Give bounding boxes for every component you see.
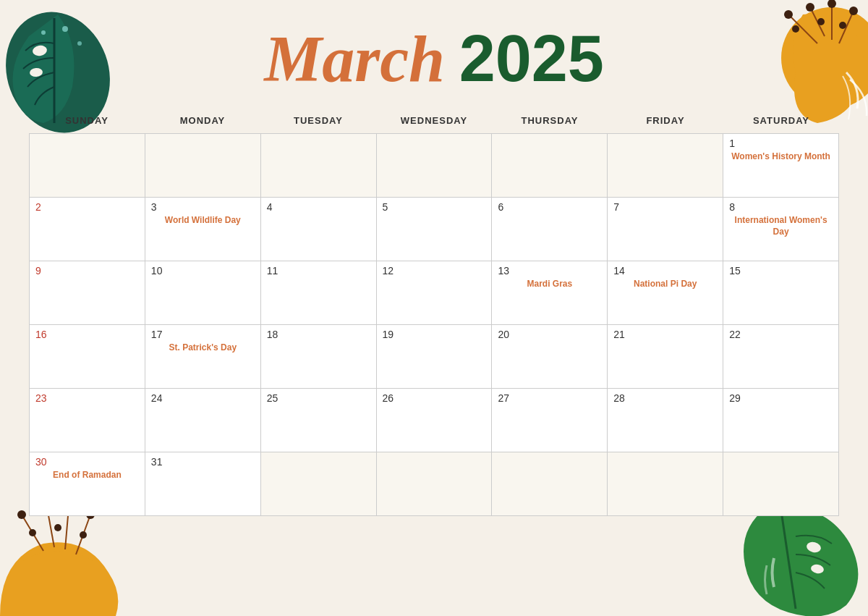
cell-event: Women's History Month (729, 151, 833, 163)
calendar-cell (723, 452, 839, 516)
cell-date: 9 (35, 266, 139, 276)
calendar-header: March 2025 (0, 0, 868, 111)
year-title: 2025 (459, 22, 604, 95)
cell-date: 8 (729, 202, 833, 212)
cell-date: 15 (729, 266, 833, 276)
day-header-thursday: THURSDAY (492, 111, 608, 130)
calendar-cell (492, 134, 608, 198)
cell-date: 31 (151, 457, 255, 467)
cell-date: 22 (729, 329, 833, 339)
cell-date: 24 (151, 393, 255, 403)
calendar-cell: 16 (30, 325, 145, 389)
cell-event: International Women's Day (729, 215, 833, 237)
calendar-cell (377, 452, 493, 516)
calendar-cell (377, 134, 493, 198)
calendar-cell: 14National Pi Day (608, 261, 723, 325)
calendar-cell: 11 (261, 261, 377, 325)
calendar-cell (261, 134, 377, 198)
calendar-cell (261, 452, 377, 516)
calendar-cell: 25 (261, 389, 377, 452)
cell-date: 20 (498, 329, 601, 339)
day-header-friday: FRIDAY (608, 111, 723, 130)
cell-date: 7 (613, 202, 717, 212)
cell-event: St. Patrick's Day (151, 342, 255, 354)
day-header-sunday: SUNDAY (29, 111, 145, 130)
calendar-cell: 24 (145, 389, 261, 452)
calendar-cell: 9 (30, 261, 145, 325)
calendar-cell (608, 134, 723, 198)
cell-date: 3 (151, 202, 255, 212)
cell-event: End of Ramadan (35, 470, 139, 481)
cell-date: 27 (498, 393, 601, 403)
cell-date: 23 (35, 393, 139, 403)
calendar-cell: 29 (723, 389, 839, 452)
calendar-cell: 6 (492, 198, 608, 261)
cell-date: 29 (729, 393, 833, 403)
calendar-cell: 1Women's History Month (723, 134, 839, 198)
cell-date: 11 (267, 266, 370, 276)
cell-event: World Wildlife Day (151, 215, 255, 227)
calendar-cell: 7 (608, 198, 723, 261)
cell-date: 21 (613, 329, 717, 339)
cell-date: 10 (151, 266, 255, 276)
svg-point-27 (29, 529, 36, 536)
calendar-cell: 30End of Ramadan (30, 452, 145, 516)
calendar-cell: 19 (377, 325, 493, 389)
cell-event: National Pi Day (613, 279, 717, 290)
calendar-cell: 13Mardi Gras (492, 261, 608, 325)
deco-bottom-right (723, 500, 868, 616)
calendar-cell: 10 (145, 261, 261, 325)
day-header-tuesday: TUESDAY (260, 111, 376, 130)
calendar-cell: 3World Wildlife Day (145, 198, 261, 261)
cell-date: 18 (267, 329, 370, 339)
cell-date: 28 (613, 393, 717, 403)
day-header-monday: MONDAY (145, 111, 260, 130)
calendar-cell: 2 (30, 198, 145, 261)
cell-date: 5 (383, 202, 486, 212)
calendar-cell: 23 (30, 389, 145, 452)
calendar-cell: 8International Women's Day (723, 198, 839, 261)
calendar-cell: 12 (377, 261, 493, 325)
calendar-cell: 21 (608, 325, 723, 389)
calendar-cell: 4 (261, 198, 377, 261)
day-headers: SUNDAYMONDAYTUESDAYWEDNESDAYTHURSDAYFRID… (29, 111, 839, 130)
calendar-cell: 17St. Patrick's Day (145, 325, 261, 389)
cell-date: 30 (35, 457, 139, 467)
cell-date: 2 (35, 202, 139, 212)
calendar-cell: 18 (261, 325, 377, 389)
calendar-cell: 28 (608, 389, 723, 452)
day-header-saturday: SATURDAY (723, 111, 839, 130)
calendar-cell: 22 (723, 325, 839, 389)
cell-date: 26 (383, 393, 486, 403)
calendar-cell (30, 134, 145, 198)
calendar-cell: 31 (145, 452, 261, 516)
svg-point-29 (80, 531, 87, 539)
cell-date: 19 (383, 329, 486, 339)
svg-point-23 (17, 510, 26, 519)
calendar-cell (492, 452, 608, 516)
cell-date: 1 (729, 138, 833, 148)
day-header-wednesday: WEDNESDAY (376, 111, 492, 130)
calendar-cell: 5 (377, 198, 493, 261)
cell-date: 4 (267, 202, 370, 212)
calendar-cell (608, 452, 723, 516)
cell-date: 14 (613, 266, 717, 276)
cell-date: 12 (383, 266, 486, 276)
cell-date: 6 (498, 202, 601, 212)
calendar-cell: 20 (492, 325, 608, 389)
calendar-container: SUNDAYMONDAYTUESDAYWEDNESDAYTHURSDAYFRID… (29, 111, 839, 516)
cell-event: Mardi Gras (498, 279, 601, 290)
deco-bottom-left (0, 500, 145, 616)
cell-date: 17 (151, 329, 255, 339)
calendar-cell: 27 (492, 389, 608, 452)
calendar-cell: 26 (377, 389, 493, 452)
svg-point-28 (54, 524, 61, 531)
calendar-grid: 1Women's History Month23World Wildlife D… (29, 133, 839, 516)
cell-date: 13 (498, 266, 601, 276)
calendar-cell (145, 134, 261, 198)
month-title: March (264, 23, 445, 95)
calendar-cell: 15 (723, 261, 839, 325)
cell-date: 25 (267, 393, 370, 403)
cell-date: 16 (35, 329, 139, 339)
